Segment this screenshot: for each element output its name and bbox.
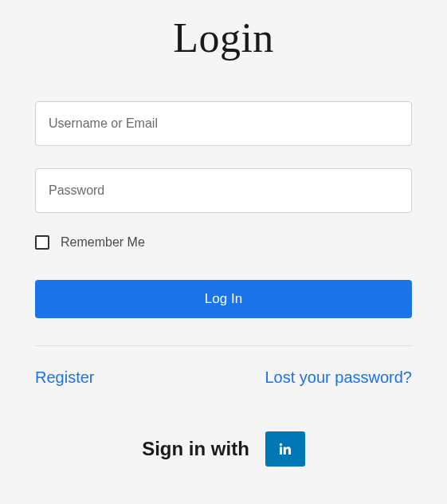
password-input[interactable] (35, 168, 412, 213)
register-link[interactable]: Register (35, 368, 94, 387)
page-title: Login (35, 0, 412, 101)
lost-password-link[interactable]: Lost your password? (265, 368, 412, 387)
login-button[interactable]: Log In (35, 280, 412, 318)
username-input[interactable] (35, 101, 412, 146)
linkedin-signin-button[interactable] (265, 431, 305, 467)
remember-me-checkbox[interactable] (35, 235, 49, 250)
remember-me-label[interactable]: Remember Me (61, 235, 145, 250)
social-signin-label: Sign in with (142, 438, 249, 460)
divider (35, 345, 412, 346)
linkedin-icon (277, 441, 293, 457)
